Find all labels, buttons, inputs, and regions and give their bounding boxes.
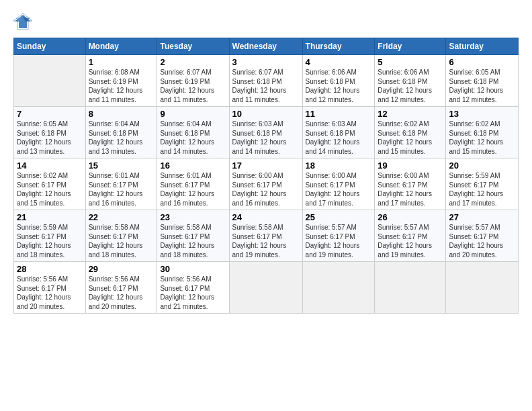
calendar-week-row: 1Sunrise: 6:08 AM Sunset: 6:19 PM Daylig… <box>14 55 519 107</box>
calendar-day-cell: 11Sunrise: 6:03 AM Sunset: 6:18 PM Dayli… <box>302 107 375 158</box>
day-number: 19 <box>378 161 443 171</box>
calendar-week-row: 28Sunrise: 5:56 AM Sunset: 6:17 PM Dayli… <box>14 262 519 314</box>
day-info: Sunrise: 6:07 AM Sunset: 6:18 PM Dayligh… <box>232 68 300 104</box>
day-info: Sunrise: 6:06 AM Sunset: 6:18 PM Dayligh… <box>306 68 372 104</box>
day-number: 12 <box>378 109 443 119</box>
calendar-day-cell <box>375 262 446 314</box>
day-number: 6 <box>449 57 515 67</box>
header-day: Sunday <box>14 38 86 55</box>
svg-marker-0 <box>15 15 31 28</box>
day-info: Sunrise: 5:56 AM Sunset: 6:17 PM Dayligh… <box>160 275 226 311</box>
day-number: 28 <box>17 264 83 274</box>
day-number: 8 <box>89 109 154 119</box>
day-info: Sunrise: 6:03 AM Sunset: 6:18 PM Dayligh… <box>232 120 300 156</box>
calendar-day-cell: 29Sunrise: 5:56 AM Sunset: 6:17 PM Dayli… <box>85 262 157 314</box>
day-number: 13 <box>449 109 515 119</box>
calendar-day-cell <box>302 262 375 314</box>
calendar-day-cell <box>229 262 302 314</box>
day-info: Sunrise: 6:03 AM Sunset: 6:18 PM Dayligh… <box>306 120 372 156</box>
day-number: 5 <box>378 57 443 67</box>
calendar-day-cell: 10Sunrise: 6:03 AM Sunset: 6:18 PM Dayli… <box>229 107 302 158</box>
logo <box>13 12 35 31</box>
day-info: Sunrise: 5:58 AM Sunset: 6:17 PM Dayligh… <box>232 223 300 259</box>
day-info: Sunrise: 6:02 AM Sunset: 6:18 PM Dayligh… <box>449 120 515 156</box>
calendar-day-cell <box>14 55 86 107</box>
day-number: 9 <box>160 109 226 119</box>
day-info: Sunrise: 6:00 AM Sunset: 6:17 PM Dayligh… <box>378 171 443 208</box>
calendar-day-cell: 21Sunrise: 5:59 AM Sunset: 6:17 PM Dayli… <box>14 210 86 262</box>
day-number: 1 <box>89 57 154 67</box>
day-info: Sunrise: 6:02 AM Sunset: 6:17 PM Dayligh… <box>17 171 83 208</box>
calendar-header: SundayMondayTuesdayWednesdayThursdayFrid… <box>14 38 519 55</box>
calendar-day-cell <box>446 262 519 314</box>
day-info: Sunrise: 5:56 AM Sunset: 6:17 PM Dayligh… <box>89 275 154 311</box>
calendar-week-row: 7Sunrise: 6:05 AM Sunset: 6:18 PM Daylig… <box>14 107 519 158</box>
logo-icon <box>13 12 32 31</box>
calendar-day-cell: 30Sunrise: 5:56 AM Sunset: 6:17 PM Dayli… <box>157 262 229 314</box>
day-info: Sunrise: 6:07 AM Sunset: 6:19 PM Dayligh… <box>160 68 226 104</box>
page: SundayMondayTuesdayWednesdayThursdayFrid… <box>0 0 532 320</box>
day-number: 23 <box>160 212 226 222</box>
day-info: Sunrise: 5:57 AM Sunset: 6:17 PM Dayligh… <box>306 223 372 259</box>
calendar-day-cell: 23Sunrise: 5:58 AM Sunset: 6:17 PM Dayli… <box>157 210 229 262</box>
calendar-day-cell: 14Sunrise: 6:02 AM Sunset: 6:17 PM Dayli… <box>14 158 86 210</box>
day-info: Sunrise: 5:56 AM Sunset: 6:17 PM Dayligh… <box>17 275 83 311</box>
calendar-day-cell: 24Sunrise: 5:58 AM Sunset: 6:17 PM Dayli… <box>229 210 302 262</box>
calendar-day-cell: 26Sunrise: 5:57 AM Sunset: 6:17 PM Dayli… <box>375 210 446 262</box>
day-number: 10 <box>232 109 300 119</box>
day-info: Sunrise: 5:59 AM Sunset: 6:17 PM Dayligh… <box>449 171 515 208</box>
calendar-week-row: 14Sunrise: 6:02 AM Sunset: 6:17 PM Dayli… <box>14 158 519 210</box>
day-number: 18 <box>306 161 372 171</box>
calendar-day-cell: 25Sunrise: 5:57 AM Sunset: 6:17 PM Dayli… <box>302 210 375 262</box>
day-number: 2 <box>160 57 226 67</box>
day-info: Sunrise: 5:58 AM Sunset: 6:17 PM Dayligh… <box>89 223 154 259</box>
day-info: Sunrise: 6:02 AM Sunset: 6:18 PM Dayligh… <box>378 120 443 156</box>
day-info: Sunrise: 6:04 AM Sunset: 6:18 PM Dayligh… <box>160 120 226 156</box>
calendar-day-cell: 18Sunrise: 6:00 AM Sunset: 6:17 PM Dayli… <box>302 158 375 210</box>
day-info: Sunrise: 6:05 AM Sunset: 6:18 PM Dayligh… <box>449 68 515 104</box>
header-day: Thursday <box>302 38 375 55</box>
day-number: 17 <box>232 161 300 171</box>
day-number: 25 <box>306 212 372 222</box>
day-number: 14 <box>17 161 83 171</box>
calendar-day-cell: 1Sunrise: 6:08 AM Sunset: 6:19 PM Daylig… <box>85 55 157 107</box>
header-day: Friday <box>375 38 446 55</box>
day-number: 3 <box>232 57 300 67</box>
calendar-day-cell: 6Sunrise: 6:05 AM Sunset: 6:18 PM Daylig… <box>446 55 519 107</box>
day-info: Sunrise: 5:57 AM Sunset: 6:17 PM Dayligh… <box>449 223 515 259</box>
day-info: Sunrise: 6:01 AM Sunset: 6:17 PM Dayligh… <box>89 171 154 208</box>
calendar-day-cell: 17Sunrise: 6:00 AM Sunset: 6:17 PM Dayli… <box>229 158 302 210</box>
calendar-day-cell: 9Sunrise: 6:04 AM Sunset: 6:18 PM Daylig… <box>157 107 229 158</box>
calendar-table: SundayMondayTuesdayWednesdayThursdayFrid… <box>13 38 519 314</box>
calendar-day-cell: 22Sunrise: 5:58 AM Sunset: 6:17 PM Dayli… <box>85 210 157 262</box>
day-info: Sunrise: 6:08 AM Sunset: 6:19 PM Dayligh… <box>89 68 154 104</box>
day-number: 30 <box>160 264 226 274</box>
calendar-day-cell: 4Sunrise: 6:06 AM Sunset: 6:18 PM Daylig… <box>302 55 375 107</box>
calendar-day-cell: 7Sunrise: 6:05 AM Sunset: 6:18 PM Daylig… <box>14 107 86 158</box>
calendar-day-cell: 27Sunrise: 5:57 AM Sunset: 6:17 PM Dayli… <box>446 210 519 262</box>
day-info: Sunrise: 6:00 AM Sunset: 6:17 PM Dayligh… <box>306 171 372 208</box>
header-day: Saturday <box>446 38 519 55</box>
calendar-day-cell: 28Sunrise: 5:56 AM Sunset: 6:17 PM Dayli… <box>14 262 86 314</box>
day-number: 26 <box>378 212 443 222</box>
calendar-day-cell: 8Sunrise: 6:04 AM Sunset: 6:18 PM Daylig… <box>85 107 157 158</box>
calendar-day-cell: 19Sunrise: 6:00 AM Sunset: 6:17 PM Dayli… <box>375 158 446 210</box>
calendar-body: 1Sunrise: 6:08 AM Sunset: 6:19 PM Daylig… <box>14 55 519 314</box>
calendar-day-cell: 5Sunrise: 6:06 AM Sunset: 6:18 PM Daylig… <box>375 55 446 107</box>
day-number: 27 <box>449 212 515 222</box>
day-number: 15 <box>89 161 154 171</box>
day-info: Sunrise: 6:00 AM Sunset: 6:17 PM Dayligh… <box>232 171 300 208</box>
day-number: 11 <box>306 109 372 119</box>
header-day: Wednesday <box>229 38 302 55</box>
day-info: Sunrise: 6:06 AM Sunset: 6:18 PM Dayligh… <box>378 68 443 104</box>
day-info: Sunrise: 6:04 AM Sunset: 6:18 PM Dayligh… <box>89 120 154 156</box>
header <box>13 12 519 31</box>
calendar-day-cell: 12Sunrise: 6:02 AM Sunset: 6:18 PM Dayli… <box>375 107 446 158</box>
day-number: 29 <box>89 264 154 274</box>
day-info: Sunrise: 5:59 AM Sunset: 6:17 PM Dayligh… <box>17 223 83 259</box>
day-info: Sunrise: 5:58 AM Sunset: 6:17 PM Dayligh… <box>160 223 226 259</box>
calendar-day-cell: 20Sunrise: 5:59 AM Sunset: 6:17 PM Dayli… <box>446 158 519 210</box>
day-number: 24 <box>232 212 300 222</box>
day-number: 21 <box>17 212 83 222</box>
day-info: Sunrise: 6:01 AM Sunset: 6:17 PM Dayligh… <box>160 171 226 208</box>
